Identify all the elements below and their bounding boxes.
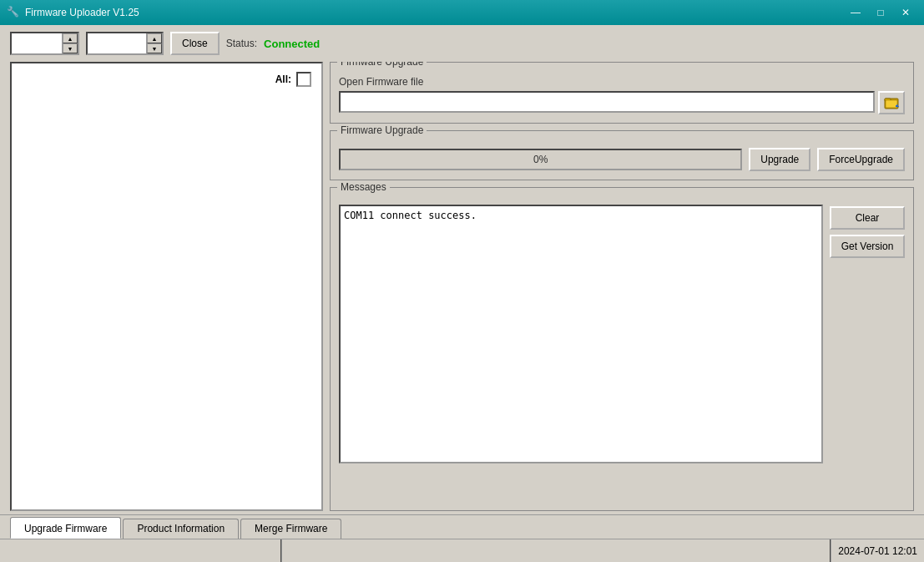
tab-product-information[interactable]: Product Information	[123, 519, 239, 539]
force-upgrade-button[interactable]: ForceUpgrade	[817, 148, 905, 171]
firmware-upgrade-top-title: Firmware Upgrade	[337, 62, 427, 68]
baud-rate-arrows: ▲ ▼	[146, 33, 162, 53]
svg-rect-2	[886, 100, 897, 108]
upgrade-button[interactable]: Upgrade	[749, 148, 810, 171]
all-row: All:	[269, 67, 318, 92]
com-port-up-arrow[interactable]: ▲	[63, 33, 78, 43]
title-bar-left: 🔧 Firmware Uploader V1.25	[7, 6, 139, 19]
status-section-2	[282, 539, 831, 562]
get-version-button[interactable]: Get Version	[830, 235, 905, 258]
firmware-file-input[interactable]	[339, 91, 875, 113]
tab-upgrade-firmware[interactable]: Upgrade Firmware	[10, 517, 121, 539]
title-bar: 🔧 Firmware Uploader V1.25 — □ ✕	[0, 0, 924, 25]
status-value: Connected	[264, 38, 320, 50]
baud-rate-up-arrow[interactable]: ▲	[147, 33, 162, 43]
firmware-upgrade-top-group: Firmware Upgrade Open Firmware file	[330, 62, 914, 124]
app-icon: 🔧	[7, 6, 20, 19]
file-input-row	[339, 91, 905, 114]
status-label-text: Status:	[226, 38, 257, 49]
browse-button[interactable]	[878, 91, 905, 114]
right-panel: Firmware Upgrade Open Firmware file	[330, 62, 914, 511]
baud-rate-spinbox[interactable]: 57600 ▲ ▼	[86, 32, 164, 55]
window-close-button[interactable]: ✕	[894, 4, 917, 21]
all-label: All:	[275, 73, 291, 85]
baud-rate-input[interactable]: 57600	[88, 33, 146, 53]
close-connection-button[interactable]: Close	[170, 32, 220, 55]
firmware-upgrade-bottom-group: Firmware Upgrade 0% Upgrade ForceUpgrade	[330, 130, 914, 180]
open-firmware-label: Open Firmware file	[339, 76, 905, 88]
com-port-arrows: ▲ ▼	[62, 33, 78, 53]
app-title: Firmware Uploader V1.25	[25, 7, 139, 18]
title-bar-controls: — □ ✕	[844, 4, 917, 21]
status-section-1	[0, 539, 282, 562]
com-port-down-arrow[interactable]: ▼	[63, 43, 78, 53]
left-panel: All:	[10, 62, 323, 511]
messages-title: Messages	[337, 181, 390, 193]
firmware-upgrade-bottom-title: Firmware Upgrade	[337, 124, 427, 136]
toolbar: COM11 ▲ ▼ 57600 ▲ ▼ Close Status: Connec…	[0, 25, 924, 62]
status-datetime: 2024-07-01 12:01	[831, 539, 924, 562]
tab-bar: Upgrade Firmware Product Information Mer…	[0, 514, 924, 539]
messages-buttons: Clear Get Version	[830, 205, 905, 502]
messages-group: Messages Clear Get Version	[330, 187, 914, 511]
window-content: COM11 ▲ ▼ 57600 ▲ ▼ Close Status: Connec…	[0, 25, 924, 562]
status-bar: 2024-07-01 12:01	[0, 539, 924, 562]
all-checkbox[interactable]	[296, 72, 311, 87]
svg-rect-5	[896, 106, 899, 107]
folder-icon	[884, 95, 899, 110]
tab-merge-firmware[interactable]: Merge Firmware	[240, 519, 341, 539]
main-area: All: Firmware Upgrade Open Firmware file	[0, 62, 924, 514]
messages-inner: Clear Get Version	[339, 205, 905, 502]
maximize-button[interactable]: □	[869, 4, 892, 21]
com-port-input[interactable]: COM11	[12, 33, 62, 53]
progress-bar-text: 0%	[533, 154, 548, 165]
baud-rate-down-arrow[interactable]: ▼	[147, 43, 162, 53]
progress-row: 0% Upgrade ForceUpgrade	[339, 148, 905, 171]
clear-button[interactable]: Clear	[830, 206, 905, 230]
messages-textarea[interactable]	[339, 205, 823, 463]
progress-bar-container: 0%	[339, 149, 742, 170]
minimize-button[interactable]: —	[844, 4, 867, 21]
com-port-spinbox[interactable]: COM11 ▲ ▼	[10, 32, 79, 55]
